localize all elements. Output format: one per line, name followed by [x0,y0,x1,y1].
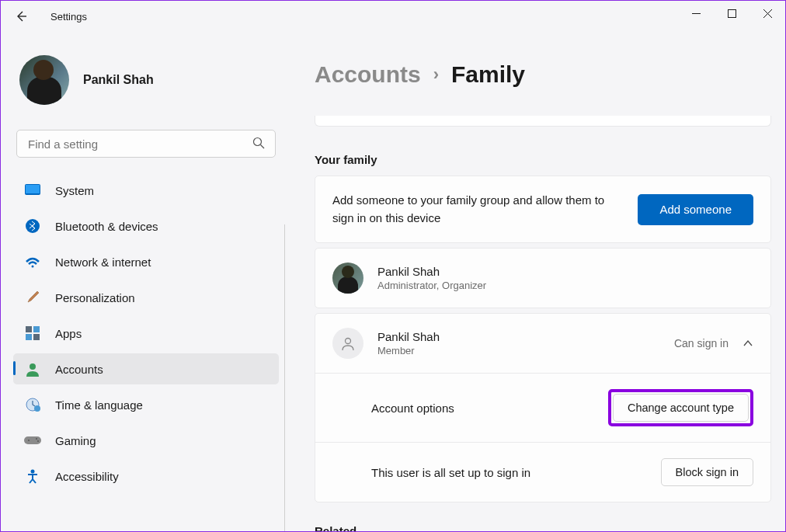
sidebar-item-apps[interactable]: Apps [13,318,279,349]
member-card-member: Pankil Shah Member Can sign in Account o… [315,313,771,502]
member-status: Can sign in [674,337,729,349]
highlight-annotation: Change account type [608,389,753,426]
chevron-up-icon [743,337,753,349]
wifi-icon [24,253,41,270]
search-input[interactable] [16,130,276,158]
svg-point-18 [346,339,351,344]
sidebar-item-label: System [55,184,94,197]
svg-rect-8 [26,334,32,340]
svg-point-1 [254,138,262,146]
member-avatar-placeholder [332,328,363,359]
section-title: Your family [315,153,771,166]
related-section-title: Related [315,524,771,531]
svg-point-17 [31,470,35,474]
breadcrumb-current: Family [451,61,525,88]
close-icon [763,9,772,18]
svg-point-12 [34,405,40,412]
sidebar-item-time[interactable]: Time & language [13,389,279,420]
maximize-button[interactable] [714,1,749,26]
search-icon [252,137,265,152]
sidebar-item-label: Personalization [55,291,135,304]
time-icon [24,396,41,413]
maximize-icon [728,9,736,18]
member-header-row[interactable]: Pankil Shah Member Can sign in [315,314,770,373]
bluetooth-icon [24,217,41,235]
accessibility-icon [24,468,41,485]
sidebar-item-label: Accessibility [55,470,119,483]
svg-rect-6 [26,326,32,332]
member-name: Pankil Shah [377,330,440,343]
sidebar-item-label: Time & language [55,398,143,412]
sidebar-item-accessibility[interactable]: Accessibility [13,461,279,492]
person-icon [340,336,356,351]
apps-icon [24,325,41,342]
profile-name: Pankil Shah [83,73,154,87]
add-someone-text: Add someone to your family group and all… [332,192,620,227]
svg-rect-3 [26,185,40,193]
collapsed-card-stub [315,116,771,127]
accounts-icon [24,360,41,377]
signin-options-row: This user is all set up to sign in Block… [315,442,770,502]
add-someone-button[interactable]: Add someone [638,194,753,225]
account-options-label: Account options [371,402,454,415]
sidebar-item-label: Bluetooth & devices [55,220,158,233]
sidebar-item-system[interactable]: System [13,175,279,206]
minimize-button[interactable] [678,1,714,26]
window-title: Settings [50,11,87,23]
member-avatar [332,263,363,294]
minimize-icon [692,9,701,18]
member-role: Administrator, Organizer [377,280,486,291]
sidebar-item-network[interactable]: Network & internet [13,246,279,277]
sidebar-item-accounts[interactable]: Accounts [13,353,279,384]
sidebar-item-bluetooth[interactable]: Bluetooth & devices [13,210,279,242]
svg-point-16 [37,440,39,442]
change-account-type-button[interactable]: Change account type [613,394,749,422]
sidebar-item-personalization[interactable]: Personalization [13,282,279,313]
svg-point-14 [28,440,30,441]
nav-list: System Bluetooth & devices Network & int… [13,175,279,492]
breadcrumb: Accounts › Family [315,61,771,88]
block-signin-button[interactable]: Block sign in [661,458,753,486]
svg-rect-7 [33,326,40,332]
chevron-right-icon: › [433,64,439,85]
system-icon [24,182,41,199]
gaming-icon [24,432,41,449]
back-arrow-icon [15,10,27,23]
svg-rect-13 [24,436,41,444]
brush-icon [24,289,41,306]
account-options-row: Account options Change account type [315,373,770,442]
avatar [19,55,69,105]
sidebar-item-label: Gaming [55,434,96,447]
signin-status-text: This user is all set up to sign in [371,466,530,479]
svg-point-15 [36,438,37,440]
add-someone-card: Add someone to your family group and all… [315,176,771,243]
member-name: Pankil Shah [377,265,486,278]
svg-rect-9 [33,334,40,340]
svg-rect-0 [728,9,736,17]
member-role: Member [377,345,440,356]
profile-header[interactable]: Pankil Shah [13,47,279,117]
sidebar-item-label: Apps [55,327,82,340]
member-card-organizer[interactable]: Pankil Shah Administrator, Organizer [315,248,771,308]
svg-point-5 [32,266,34,268]
close-button[interactable] [749,1,785,26]
sidebar-divider [284,224,285,532]
sidebar-item-label: Accounts [55,363,103,376]
sidebar-item-gaming[interactable]: Gaming [13,425,279,456]
svg-point-10 [30,363,36,370]
sidebar-item-label: Network & internet [55,256,151,269]
back-button[interactable] [15,10,37,23]
breadcrumb-parent[interactable]: Accounts [315,61,421,88]
